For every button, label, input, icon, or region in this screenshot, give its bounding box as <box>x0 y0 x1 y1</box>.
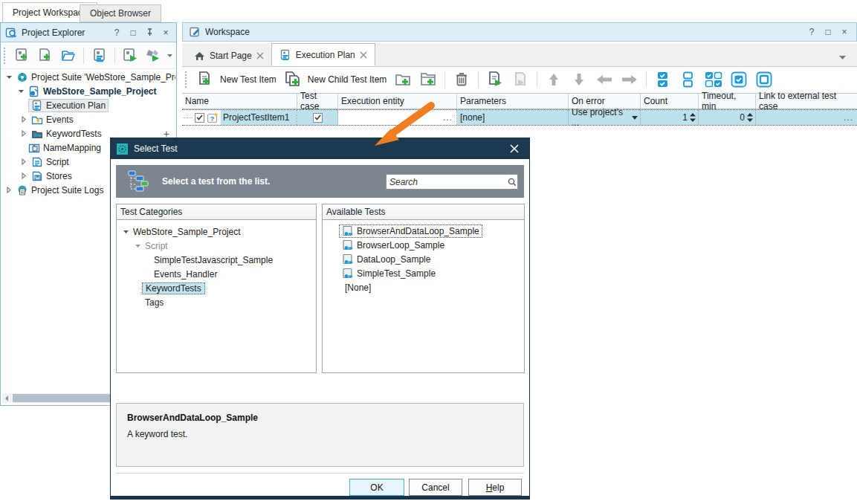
tab-execution-plan[interactable]: Execution Plan <box>271 43 375 66</box>
run-dropdown-icon[interactable] <box>166 54 173 58</box>
delete-icon[interactable] <box>451 69 472 90</box>
chevron-right-icon[interactable] <box>19 158 28 165</box>
chevron-right-icon[interactable] <box>19 116 28 123</box>
tree-item-project-suite[interactable]: Project Suite 'WebStore_Sample_Project <box>1 70 175 84</box>
execution-entity-cell[interactable]: ... <box>338 110 457 125</box>
column-header-on-error[interactable]: On error <box>569 94 641 109</box>
move-down-icon[interactable] <box>569 69 589 90</box>
test-case-cell[interactable] <box>297 110 338 125</box>
uncheck-selected-icon[interactable] <box>754 69 774 90</box>
run-test-item-icon[interactable] <box>485 69 505 90</box>
test-item-simpletest[interactable]: SimpleTest_Sample <box>323 266 524 280</box>
category-simpletestjavascript[interactable]: SimpleTestJavascript_Sample <box>117 253 316 267</box>
scrollbar-thumb[interactable] <box>13 394 115 402</box>
on-error-value: Use project's ... <box>572 107 632 128</box>
check-all-icon[interactable] <box>653 69 673 90</box>
cancel-button[interactable]: Cancel <box>409 479 462 496</box>
tree-item-label: Stores <box>46 171 72 181</box>
tab-object-browser[interactable]: Object Browser <box>80 4 161 22</box>
row-enabled-checkbox[interactable] <box>195 113 204 123</box>
test-item-name[interactable]: ProjectTestItem1 <box>221 110 297 125</box>
new-project-icon[interactable] <box>13 45 32 66</box>
check-selected-icon[interactable] <box>728 69 749 90</box>
column-header-count[interactable]: Count <box>641 94 699 109</box>
execution-plan-icon[interactable] <box>89 45 109 66</box>
open-icon[interactable] <box>59 45 78 66</box>
timeout-cell[interactable]: 0 <box>699 110 756 125</box>
new-item-icon[interactable] <box>36 45 55 66</box>
close-icon[interactable]: × <box>160 27 172 39</box>
run-project-icon[interactable] <box>120 45 140 66</box>
chevron-right-icon[interactable] <box>4 187 13 193</box>
link-browse-button[interactable]: ... <box>844 112 857 123</box>
chevron-right-icon[interactable] <box>19 130 28 137</box>
tab-overflow-dropdown-icon[interactable] <box>838 55 847 66</box>
move-up-icon[interactable] <box>543 69 564 90</box>
test-item-none[interactable]: [None] <box>323 280 524 294</box>
column-header-name[interactable]: Name <box>182 94 297 109</box>
category-script[interactable]: Script <box>117 239 316 253</box>
category-tags[interactable]: Tags <box>117 295 316 309</box>
help-icon[interactable]: ? <box>806 26 818 38</box>
test-item-browseranddataloop[interactable]: BrowserAndDataLoop_Sample <box>323 224 524 238</box>
new-test-item-label[interactable]: New Test Item <box>220 74 276 85</box>
dialog-titlebar[interactable]: Select Test <box>111 138 529 159</box>
test-case-checkbox[interactable] <box>313 113 323 123</box>
close-icon[interactable]: × <box>838 26 850 38</box>
search-input[interactable] <box>387 175 508 188</box>
toggle-checks-icon[interactable] <box>703 69 724 90</box>
toolbar-grip[interactable] <box>4 48 7 64</box>
test-item-dataloop[interactable]: DataLoop_Sample <box>323 252 524 266</box>
run-suite-icon[interactable] <box>143 45 163 66</box>
scroll-left-icon[interactable] <box>4 395 9 401</box>
column-header-execution-entity[interactable]: Execution entity <box>338 94 457 109</box>
column-header-link[interactable]: Link to external test case <box>756 94 857 109</box>
count-spinner[interactable] <box>690 113 696 122</box>
help-icon[interactable]: ? <box>111 27 123 39</box>
column-header-timeout[interactable]: Timeout, min <box>699 94 756 109</box>
chevron-down-icon[interactable] <box>16 89 25 94</box>
column-header-parameters[interactable]: Parameters <box>457 94 569 109</box>
chevron-down-icon[interactable] <box>4 75 13 80</box>
category-project[interactable]: WebStore_Sample_Project <box>117 224 316 239</box>
on-error-cell[interactable]: Use project's ... <box>569 110 641 125</box>
new-test-item-icon[interactable] <box>195 69 216 90</box>
tab-close-icon[interactable] <box>360 51 367 59</box>
pin-icon[interactable] <box>143 27 155 39</box>
test-item-browserloop[interactable]: BrowserLoop_Sample <box>323 238 524 252</box>
on-error-dropdown-icon[interactable] <box>632 116 638 120</box>
new-child-test-item-label[interactable]: New Child Test Item <box>308 74 387 85</box>
new-child-group-icon[interactable] <box>418 69 439 90</box>
search-box[interactable] <box>386 174 518 190</box>
link-cell[interactable]: ... <box>756 110 857 125</box>
tab-start-page[interactable]: Start Page <box>187 45 271 66</box>
new-child-test-item-icon[interactable] <box>282 69 303 90</box>
tab-execution-plan-label: Execution Plan <box>296 50 355 60</box>
tree-item-execution-plan[interactable]: Execution Plan <box>1 98 175 112</box>
count-cell[interactable]: 1 <box>641 110 699 125</box>
tree-item-events[interactable]: Events <box>1 112 175 126</box>
run-focused-item-icon-disabled[interactable] <box>510 69 531 90</box>
ok-button[interactable]: OK <box>349 479 404 496</box>
move-left-icon[interactable] <box>594 69 615 90</box>
tree-item-project[interactable]: WebStore_Sample_Project <box>1 84 175 98</box>
move-right-icon[interactable] <box>619 69 640 90</box>
new-group-icon[interactable] <box>392 69 413 90</box>
maximize-icon[interactable]: □ <box>822 26 834 38</box>
column-header-test-case[interactable]: Test case <box>297 94 338 109</box>
chevron-right-icon[interactable] <box>19 172 28 179</box>
timeout-spinner[interactable] <box>747 113 753 122</box>
parameters-cell[interactable]: [none] <box>457 110 569 125</box>
category-keywordtests[interactable]: KeywordTests <box>117 281 316 295</box>
dialog-close-icon[interactable] <box>505 144 523 153</box>
uncheck-all-icon[interactable] <box>678 69 699 90</box>
maximize-icon[interactable]: □ <box>127 27 139 39</box>
category-events-handler[interactable]: Events_Handler <box>117 267 316 281</box>
help-button[interactable]: Help <box>468 479 522 496</box>
execution-entity-browse-button[interactable]: ... <box>443 112 456 123</box>
tab-close-icon[interactable] <box>256 52 264 59</box>
toolbar-grip[interactable] <box>185 71 189 88</box>
table-row[interactable]: ? ProjectTestItem1 ... [none] Use projec… <box>182 109 857 126</box>
chevron-down-icon[interactable] <box>121 230 130 234</box>
chevron-down-icon[interactable] <box>133 244 142 248</box>
